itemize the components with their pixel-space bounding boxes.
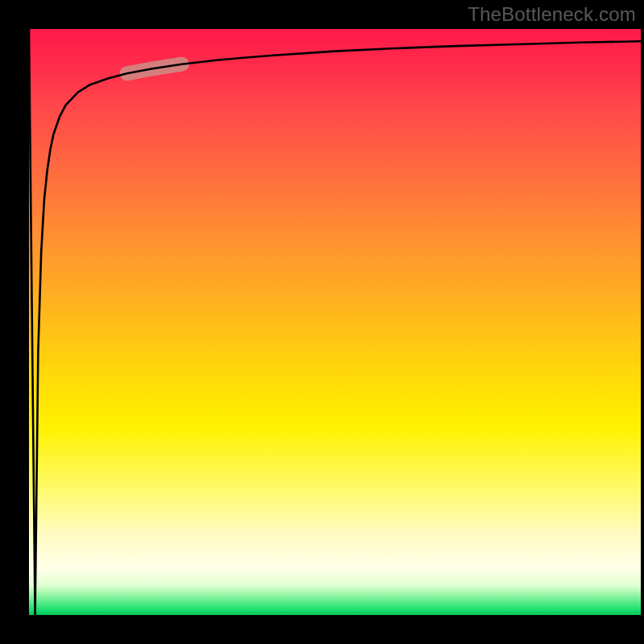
plot-area: [29, 29, 641, 615]
chart-frame: TheBottleneck.com: [0, 0, 644, 644]
attribution-label: TheBottleneck.com: [468, 3, 636, 26]
curve-layer: [29, 29, 641, 615]
main-curve: [29, 29, 641, 615]
